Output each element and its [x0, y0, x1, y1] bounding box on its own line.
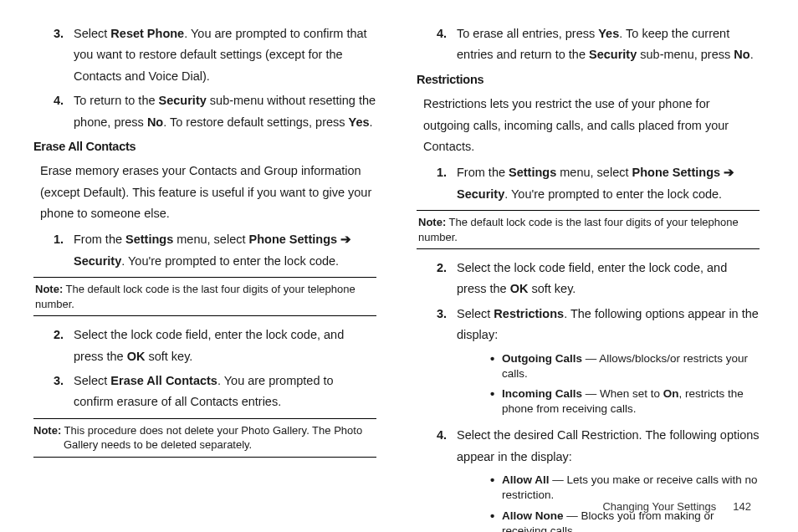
bullet-list: Outgoing Calls — Allows/blocks/or restri… [490, 351, 760, 417]
ordered-list: 3. Select Reset Phone. You are prompted … [33, 23, 376, 133]
step-body: To erase all entries, press Yes. To keep… [457, 23, 760, 66]
ordered-list: 1. From the Settings menu, select Phone … [417, 162, 760, 205]
bullet-item: Incoming Calls — When set to On, restric… [490, 386, 760, 417]
heading-erase-all-contacts: Erase All Contacts [33, 136, 376, 157]
paragraph: Restrictions lets you restrict the use o… [423, 94, 760, 157]
list-item: 3. Select Erase All Contacts. You are pr… [33, 371, 376, 413]
step-body: Select the lock code field, enter the lo… [74, 325, 376, 367]
bullet-item: Allow None — Blocks you from making or r… [490, 509, 760, 532]
step-number: 4. [33, 90, 74, 133]
note-body: The default lock code is the last four d… [418, 216, 739, 243]
step-body: Select the desired Call Restriction. The… [457, 425, 760, 532]
ordered-list: 2. Select the lock code field, enter the… [417, 258, 760, 532]
right-column: 4. To erase all entries, press Yes. To k… [417, 23, 760, 494]
step-number: 2. [33, 325, 74, 367]
note-body: This procedure does not delete your Phot… [61, 424, 362, 452]
page-body: 3. Select Reset Phone. You are prompted … [0, 0, 798, 494]
note-block: Note: The default lock code is the last … [417, 210, 760, 249]
note-label: Note: [35, 283, 63, 295]
ordered-list: 2. Select the lock code field, enter the… [33, 325, 376, 413]
ordered-list: 4. To erase all entries, press Yes. To k… [417, 23, 760, 66]
step-number: 4. [417, 425, 457, 532]
list-item: 3. Select Reset Phone. You are prompted … [33, 23, 376, 87]
step-body: From the Settings menu, select Phone Set… [457, 162, 760, 205]
step-number: 3. [33, 23, 74, 87]
arrow-icon: ➔ [340, 233, 351, 246]
list-item: 1. From the Settings menu, select Phone … [417, 162, 760, 205]
ordered-list: 1. From the Settings menu, select Phone … [33, 229, 376, 272]
note-block: Note: The default lock code is the last … [33, 277, 376, 316]
step-number: 3. [33, 371, 74, 413]
list-item: 3. Select Restrictions. The following op… [417, 304, 760, 422]
note-label: Note: [33, 424, 61, 437]
list-item: 2. Select the lock code field, enter the… [417, 258, 760, 300]
step-body: Select Erase All Contacts. You are promp… [74, 371, 376, 413]
list-item: 4. To return to the Security sub-menu wi… [33, 90, 376, 133]
bullet-item: Outgoing Calls — Allows/blocks/or restri… [490, 351, 760, 381]
step-number: 1. [33, 229, 74, 272]
bullet-item: Allow All — Lets you make or receive cal… [490, 473, 760, 503]
list-item: 1. From the Settings menu, select Phone … [33, 229, 376, 272]
step-body: To return to the Security sub-menu witho… [74, 90, 376, 133]
bullet-list: Allow All — Lets you make or receive cal… [490, 473, 760, 532]
list-item: 4. To erase all entries, press Yes. To k… [417, 23, 760, 66]
step-number: 3. [417, 304, 457, 422]
step-body: Select Reset Phone. You are prompted to … [74, 23, 376, 87]
note-block: Note: This procedure does not delete you… [33, 418, 376, 458]
step-body: From the Settings menu, select Phone Set… [74, 229, 376, 272]
step-body: Select Restrictions. The following optio… [457, 304, 760, 422]
paragraph: Erase memory erases your Contacts and Gr… [40, 161, 376, 224]
step-number: 4. [417, 23, 457, 66]
step-body: Select the lock code field, enter the lo… [457, 258, 760, 300]
heading-restrictions: Restrictions [417, 69, 760, 90]
step-number: 1. [417, 162, 457, 205]
left-column: 3. Select Reset Phone. You are prompted … [33, 23, 376, 494]
list-item: 2. Select the lock code field, enter the… [33, 325, 376, 367]
note-label: Note: [418, 216, 446, 228]
arrow-icon: ➔ [724, 166, 734, 179]
step-number: 2. [417, 258, 457, 300]
list-item: 4. Select the desired Call Restriction. … [417, 425, 760, 532]
note-body: The default lock code is the last four d… [35, 283, 356, 310]
